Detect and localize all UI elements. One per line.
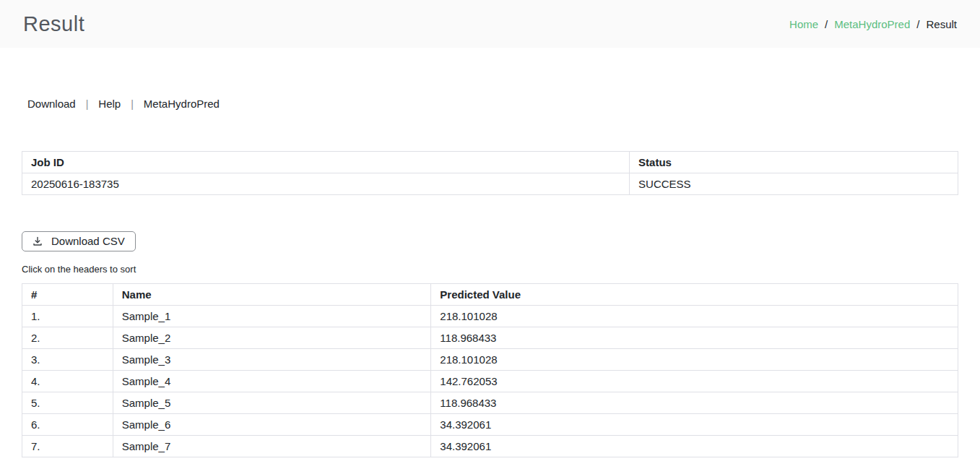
table-row: 1. Sample_1 218.101028 bbox=[22, 306, 958, 327]
download-icon bbox=[32, 236, 43, 247]
job-status-header-row: Job ID Status bbox=[22, 152, 958, 173]
job-id-value: 20250616-183735 bbox=[22, 173, 630, 195]
table-row: 5. Sample_5 118.968433 bbox=[22, 392, 958, 414]
row-name: Sample_1 bbox=[113, 306, 431, 327]
row-name: Sample_5 bbox=[113, 392, 431, 414]
page-title: Result bbox=[23, 12, 84, 36]
nav-separator: | bbox=[131, 98, 134, 110]
row-num: 4. bbox=[22, 371, 113, 392]
row-num: 6. bbox=[22, 414, 113, 436]
row-value: 118.968433 bbox=[431, 392, 958, 414]
job-id-header: Job ID bbox=[22, 152, 630, 173]
download-csv-button[interactable]: Download CSV bbox=[22, 231, 136, 251]
row-name: Sample_3 bbox=[113, 349, 431, 371]
row-name: Sample_6 bbox=[113, 414, 431, 436]
row-name: Sample_4 bbox=[113, 371, 431, 392]
row-value: 118.968433 bbox=[431, 327, 958, 349]
job-status-row: 20250616-183735 SUCCESS bbox=[22, 173, 958, 195]
row-num: 7. bbox=[22, 436, 113, 457]
status-value: SUCCESS bbox=[630, 173, 958, 195]
table-row: 2. Sample_2 118.968433 bbox=[22, 327, 958, 349]
results-section: # Name Predicted Value 1. Sample_1 218.1… bbox=[22, 283, 958, 457]
row-value: 142.762053 bbox=[431, 371, 958, 392]
nav-link-help[interactable]: Help bbox=[98, 98, 121, 110]
breadcrumb-separator: / bbox=[916, 18, 919, 30]
result-page: Result Home / MetaHydroPred / Result Dow… bbox=[0, 0, 980, 469]
results-header-value[interactable]: Predicted Value bbox=[431, 284, 958, 306]
results-header-num[interactable]: # bbox=[22, 284, 113, 306]
main-content: Download | Help | MetaHydroPred Job ID S… bbox=[0, 98, 980, 457]
result-nav: Download | Help | MetaHydroPred bbox=[22, 98, 958, 110]
row-num: 2. bbox=[22, 327, 113, 349]
row-name: Sample_7 bbox=[113, 436, 431, 457]
row-name: Sample_2 bbox=[113, 327, 431, 349]
nav-link-metahydropred[interactable]: MetaHydroPred bbox=[144, 98, 220, 110]
results-header-name[interactable]: Name bbox=[113, 284, 431, 306]
breadcrumb-current: Result bbox=[926, 18, 957, 30]
job-status-table: Job ID Status 20250616-183735 SUCCESS bbox=[22, 151, 958, 195]
nav-separator: | bbox=[86, 98, 89, 110]
job-status-section: Job ID Status 20250616-183735 SUCCESS bbox=[22, 151, 958, 195]
page-header: Result Home / MetaHydroPred / Result bbox=[0, 0, 980, 48]
breadcrumb-separator: / bbox=[825, 18, 828, 30]
row-value: 34.392061 bbox=[431, 414, 958, 436]
breadcrumb-home-link[interactable]: Home bbox=[789, 18, 818, 30]
row-num: 3. bbox=[22, 349, 113, 371]
table-row: 4. Sample_4 142.762053 bbox=[22, 371, 958, 392]
row-num: 1. bbox=[22, 306, 113, 327]
row-value: 218.101028 bbox=[431, 349, 958, 371]
results-table: # Name Predicted Value 1. Sample_1 218.1… bbox=[22, 283, 958, 457]
sort-hint-text: Click on the headers to sort bbox=[22, 264, 958, 275]
results-header-row: # Name Predicted Value bbox=[22, 284, 958, 306]
table-row: 7. Sample_7 34.392061 bbox=[22, 436, 958, 457]
table-row: 6. Sample_6 34.392061 bbox=[22, 414, 958, 436]
row-value: 218.101028 bbox=[431, 306, 958, 327]
breadcrumb: Home / MetaHydroPred / Result bbox=[789, 18, 957, 30]
table-row: 3. Sample_3 218.101028 bbox=[22, 349, 958, 371]
breadcrumb-metahydropred-link[interactable]: MetaHydroPred bbox=[834, 18, 910, 30]
row-value: 34.392061 bbox=[431, 436, 958, 457]
nav-link-download[interactable]: Download bbox=[27, 98, 76, 110]
row-num: 5. bbox=[22, 392, 113, 414]
download-csv-label: Download CSV bbox=[51, 235, 125, 247]
status-header: Status bbox=[630, 152, 958, 173]
